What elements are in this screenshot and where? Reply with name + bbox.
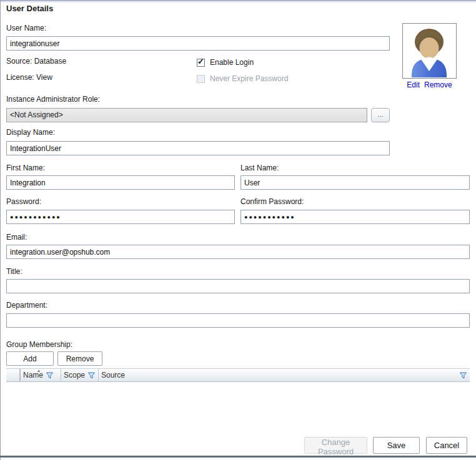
- last-name-input[interactable]: [240, 175, 470, 190]
- email-input[interactable]: [6, 245, 470, 259]
- group-table-header: ▲ Name Scope Source: [6, 368, 470, 382]
- avatar-edit-link[interactable]: Edit: [407, 81, 420, 89]
- confirm-password-label: Confirm Password:: [240, 197, 304, 206]
- filter-funnel-icon[interactable]: [459, 371, 467, 379]
- confirm-password-input[interactable]: [240, 210, 470, 224]
- save-button[interactable]: Save: [373, 437, 420, 454]
- column-source-label: Source: [101, 371, 125, 379]
- filter-funnel-icon[interactable]: [46, 371, 54, 379]
- filter-funnel-icon[interactable]: [87, 371, 96, 379]
- instance-admin-role-label: Instance Administrator Role:: [6, 95, 100, 104]
- display-name-input[interactable]: [6, 141, 390, 155]
- first-name-input[interactable]: [6, 175, 235, 190]
- enable-login-checkbox[interactable]: ✓: [197, 59, 205, 67]
- sort-ascending-icon: ▲: [37, 369, 41, 373]
- last-name-label: Last Name:: [240, 164, 279, 172]
- column-scope-label: Scope: [64, 371, 85, 379]
- cancel-button[interactable]: Cancel: [426, 437, 467, 454]
- avatar-remove-link[interactable]: Remove: [424, 81, 452, 89]
- department-input[interactable]: [6, 313, 470, 328]
- group-table-column-name[interactable]: ▲ Name: [21, 369, 61, 381]
- display-name-label: Display Name:: [6, 128, 55, 137]
- browse-role-button[interactable]: ...: [371, 108, 390, 122]
- group-remove-button[interactable]: Remove: [57, 351, 102, 366]
- email-label: Email:: [6, 233, 27, 242]
- license-text: License: View: [6, 73, 52, 82]
- change-password-button: Change Password: [304, 437, 367, 454]
- title-input[interactable]: [6, 279, 470, 293]
- page-title: User Details: [6, 4, 53, 13]
- group-table-body: [6, 383, 470, 429]
- person-icon: [403, 24, 456, 78]
- avatar-actions: Edit Remove: [402, 81, 457, 89]
- check-icon: ✓: [197, 57, 204, 66]
- window-left-edge: [0, 0, 1, 460]
- group-table-column-scope[interactable]: Scope: [61, 369, 99, 381]
- window-top-glow: [0, 1, 476, 2]
- password-label: Password:: [6, 197, 41, 206]
- never-expire-checkbox: [197, 75, 205, 83]
- user-details-panel: User Details User Name: Source: Database…: [0, 0, 476, 460]
- group-membership-label: Group Membership:: [6, 340, 72, 349]
- password-input[interactable]: [6, 210, 235, 224]
- title-label: Title:: [6, 267, 22, 276]
- window-bottom-edge: [0, 456, 476, 458]
- group-table-selector-column: [6, 369, 21, 381]
- first-name-label: First Name:: [6, 164, 45, 172]
- group-table-column-source[interactable]: Source: [99, 369, 470, 381]
- never-expire-label: Never Expire Password: [210, 74, 288, 83]
- instance-admin-role-field: <Not Assigned>: [6, 108, 367, 122]
- group-add-button[interactable]: Add: [6, 351, 54, 366]
- department-label: Department:: [6, 301, 47, 310]
- user-name-input[interactable]: [6, 36, 390, 51]
- source-text: Source: Database: [6, 57, 66, 66]
- user-name-label: User Name:: [6, 24, 46, 32]
- user-avatar: [402, 23, 457, 79]
- enable-login-label: Enable Login: [210, 58, 254, 67]
